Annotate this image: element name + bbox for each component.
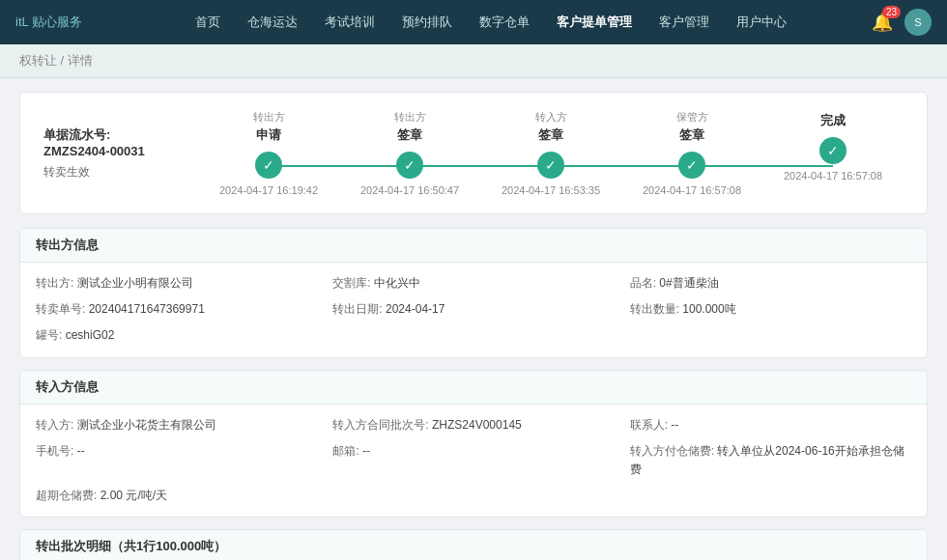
step-2-top-label: 转出方 [394, 110, 426, 125]
transfer-in-contact-value: -- [671, 418, 678, 432]
transfer-in-body: 转入方: 测试企业小花货主有限公司 转入方合同批次号: ZHZS24V00014… [20, 405, 927, 518]
step-4-line [692, 165, 833, 167]
app-header: itL 贴心服务 首页 仓海运达 考试培训 预约排队 数字仓单 客户提单管理 客… [0, 0, 947, 44]
step-5: 完成 ✓ 2024-04-17 16:57:08 [762, 110, 904, 182]
transfer-in-company: 转入方: 测试企业小花货主有限公司 [36, 416, 317, 434]
transfer-in-phone-value: -- [77, 444, 85, 458]
transfer-in-email-label: 邮箱: [332, 444, 359, 458]
transfer-out-date: 转出日期: 2024-04-17 [332, 300, 614, 319]
step-2-title: 签章 [397, 126, 422, 144]
transfer-in-overdue-fee: 超期仓储费: 2.00 元/吨/天 [36, 487, 317, 505]
transfer-out-order-num-value: 202404171647369971 [89, 302, 205, 316]
step-1-circle: ✓ [255, 152, 282, 179]
transfer-out-product: 品名: 0#普通柴油 [630, 274, 911, 293]
step-1-title: 申请 [256, 126, 281, 144]
transfer-out-company-label: 转出方: [36, 276, 73, 290]
step-4-circle: ✓ [678, 152, 705, 179]
step-5-title: 完成 [820, 112, 846, 129]
nav-home[interactable]: 首页 [195, 14, 220, 31]
nav-digital[interactable]: 数字仓单 [479, 14, 530, 31]
step-1: 转出方 申请 ✓ 2024-04-17 16:19:42 [198, 110, 339, 196]
transfer-in-grid: 转入方: 测试企业小花货主有限公司 转入方合同批次号: ZHZS24V00014… [36, 416, 911, 506]
transfer-out-qty: 转出数量: 100.000吨 [630, 300, 911, 319]
transfer-in-header: 转入方信息 [20, 371, 927, 405]
progress-steps: 转出方 申请 ✓ 2024-04-17 16:19:42 转出方 签章 ✓ 20… [198, 110, 904, 196]
transfer-in-email-value: -- [362, 444, 370, 458]
transfer-out-company: 转出方: 测试企业小明有限公司 [36, 274, 317, 293]
step-3: 转入方 签章 ✓ 2024-04-17 16:53:35 [480, 110, 621, 196]
step-3-circle: ✓ [537, 152, 564, 179]
transfer-out-date-value: 2024-04-17 [386, 302, 445, 316]
step-4-top-label: 保管方 [676, 110, 708, 125]
notification-bell[interactable]: 🔔 23 [872, 12, 893, 33]
doc-number-label: 单据流水号: [43, 127, 110, 142]
transfer-out-warehouse-label: 交割库: [332, 276, 370, 290]
doc-status: 转卖生效 [43, 164, 175, 181]
logo: itL 贴心服务 [15, 14, 82, 31]
transfer-in-company-label: 转入方: [36, 418, 73, 432]
transfer-in-contact: 联系人: -- [630, 416, 911, 434]
step-1-line [269, 165, 410, 167]
step-2-date: 2024-04-17 16:50:47 [360, 184, 459, 196]
transfer-in-section: 转入方信息 转入方: 测试企业小花货主有限公司 转入方合同批次号: ZHZS24… [19, 370, 928, 518]
breadcrumb-path: 权转让 / 详情 [19, 53, 93, 68]
step-3-date: 2024-04-17 16:53:35 [502, 184, 600, 196]
transfer-out-header: 转出方信息 [20, 229, 927, 263]
transfer-in-contract-label: 转入方合同批次号: [332, 418, 428, 432]
transfer-in-phone-label: 手机号: [36, 444, 73, 458]
transfer-out-company-value: 测试企业小明有限公司 [77, 276, 193, 290]
step-5-date: 2024-04-17 16:57:08 [784, 170, 882, 182]
nav-appointment[interactable]: 预约排队 [402, 14, 452, 31]
step-3-title: 签章 [538, 126, 563, 144]
nav-user-center[interactable]: 用户中心 [736, 14, 787, 31]
step-3-line [551, 165, 692, 167]
doc-number: 单据流水号: ZMZS2404-00031 [43, 126, 175, 158]
transfer-out-order-num: 转卖单号: 202404171647369971 [36, 300, 317, 319]
progress-card: 单据流水号: ZMZS2404-00031 转卖生效 转出方 申请 ✓ 2024… [19, 92, 928, 214]
nav-customer-orders[interactable]: 客户提单管理 [557, 14, 632, 31]
transfer-out-tank: 罐号: ceshiG02 [36, 326, 317, 345]
transfer-in-email: 邮箱: -- [332, 442, 614, 479]
transfer-out-product-value: 0#普通柴油 [659, 276, 718, 290]
transfer-out-qty-value: 100.000吨 [682, 302, 735, 316]
nav-customer-mgmt[interactable]: 客户管理 [659, 14, 709, 31]
step-5-circle: ✓ [819, 137, 847, 164]
transfer-in-contract: 转入方合同批次号: ZHZS24V000145 [332, 416, 614, 434]
transfer-out-tank-label: 罐号: [36, 328, 62, 342]
transfer-in-contact-label: 联系人: [630, 418, 668, 432]
nav-exam[interactable]: 考试培训 [325, 14, 375, 31]
transfer-out-grid: 转出方: 测试企业小明有限公司 交割库: 中化兴中 品名: 0#普通柴油 转卖单… [36, 274, 911, 346]
step-1-date: 2024-04-17 16:19:42 [219, 184, 318, 196]
doc-number-value: ZMZS2404-00031 [43, 144, 145, 158]
transfer-out-date-label: 转出日期: [332, 302, 382, 316]
transfer-out-warehouse-value: 中化兴中 [374, 276, 420, 290]
main-nav: 首页 仓海运达 考试培训 预约排队 数字仓单 客户提单管理 客户管理 用户中心 [111, 14, 872, 31]
transfer-out-section: 转出方信息 转出方: 测试企业小明有限公司 交割库: 中化兴中 品名: 0#普通… [19, 228, 928, 358]
step-4-title: 签章 [679, 126, 704, 144]
step-2: 转出方 签章 ✓ 2024-04-17 16:50:47 [339, 110, 480, 196]
transfer-out-warehouse: 交割库: 中化兴中 [332, 274, 614, 293]
transfer-out-qty-label: 转出数量: [630, 302, 679, 316]
step-1-top-label: 转出方 [253, 110, 285, 125]
notification-badge: 23 [882, 6, 901, 18]
transfer-out-tank-value: ceshiG02 [66, 328, 115, 342]
transfer-out-product-label: 品名: [630, 276, 656, 290]
transfer-in-overdue-fee-label: 超期仓储费: [36, 489, 97, 502]
header-right: 🔔 23 S [872, 9, 932, 36]
avatar[interactable]: S [904, 9, 932, 36]
batch-header: 转出批次明细（共1行100.000吨） [20, 530, 927, 560]
breadcrumb: 权转让 / 详情 [0, 44, 947, 78]
nav-warehouse[interactable]: 仓海运达 [247, 14, 298, 31]
step-4-date: 2024-04-17 16:57:08 [643, 184, 741, 196]
transfer-out-order-num-label: 转卖单号: [36, 302, 85, 316]
transfer-in-overdue-fee-value: 2.00 元/吨/天 [100, 489, 167, 502]
transfer-in-phone: 手机号: -- [36, 442, 317, 479]
step-3-top-label: 转入方 [535, 110, 567, 125]
batch-section: 转出批次明细（共1行100.000吨） 类型 转出单号 转出单位 超期开始日期 … [19, 529, 928, 560]
transfer-in-storage-fee: 转入方付仓储费: 转入单位从2024-06-16开始承担仓储费 [630, 442, 911, 479]
step-4: 保管方 签章 ✓ 2024-04-17 16:57:08 [621, 110, 762, 196]
doc-info: 单据流水号: ZMZS2404-00031 转卖生效 [43, 126, 198, 181]
step-2-circle: ✓ [396, 152, 423, 179]
main-content: 单据流水号: ZMZS2404-00031 转卖生效 转出方 申请 ✓ 2024… [0, 78, 947, 560]
transfer-out-body: 转出方: 测试企业小明有限公司 交割库: 中化兴中 品名: 0#普通柴油 转卖单… [20, 263, 927, 357]
